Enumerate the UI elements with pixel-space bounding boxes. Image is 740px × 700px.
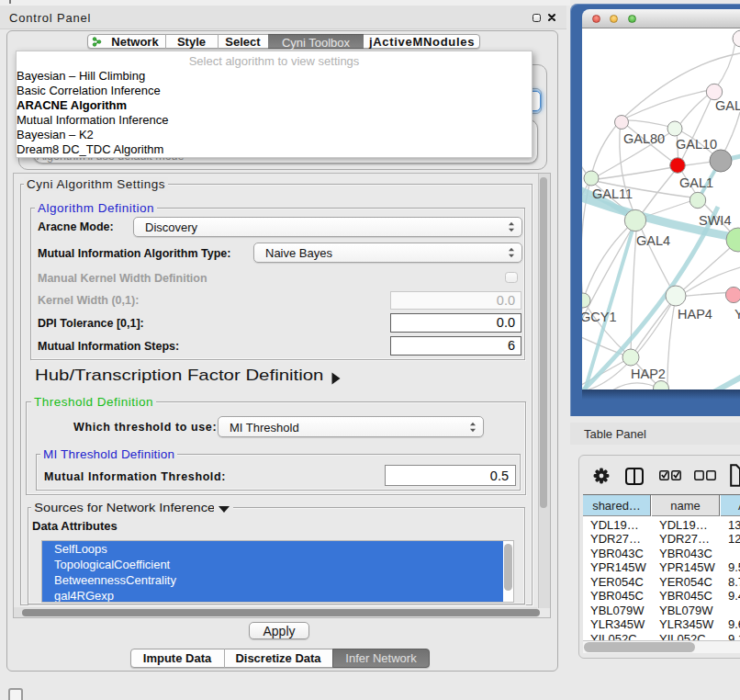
svg-text:GCY1: GCY1: [582, 310, 617, 324]
svg-text:GAL7: GAL7: [715, 98, 740, 113]
svg-text:GAL80: GAL80: [623, 131, 665, 146]
svg-text:GAL11: GAL11: [592, 186, 633, 201]
svg-text:HAP2: HAP2: [631, 367, 666, 381]
svg-text:YJ: YJ: [734, 307, 740, 322]
svg-text:GAL4: GAL4: [636, 233, 670, 248]
svg-text:GAL1: GAL1: [679, 175, 713, 190]
svg-text:SWI4: SWI4: [699, 213, 731, 228]
svg-text:HAP4: HAP4: [678, 307, 712, 322]
svg-text:GAL10: GAL10: [676, 137, 717, 152]
